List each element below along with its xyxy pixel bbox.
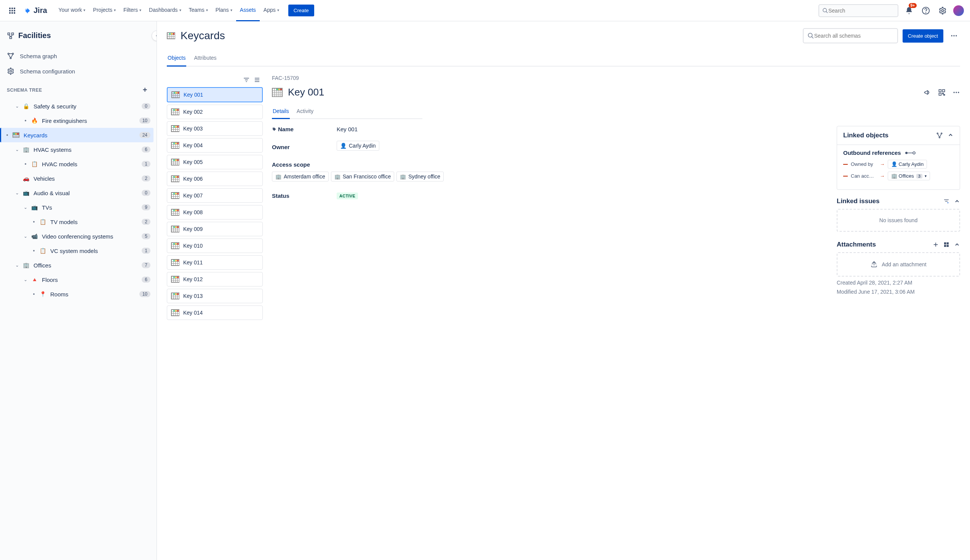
create-object-button[interactable]: Create object [903, 29, 943, 43]
tree-item-video-conferencing-systems[interactable]: ⌄📹Video conferencing systems5 [3, 229, 154, 243]
chevron-up-icon[interactable] [948, 132, 953, 138]
object-card[interactable]: Key 010 [167, 238, 263, 253]
search-schemas-input[interactable] [814, 33, 893, 39]
nav-teams[interactable]: Teams▾ [185, 0, 212, 21]
tree-item-rooms[interactable]: •📍Rooms10 [3, 287, 154, 301]
object-card[interactable]: Key 008 [167, 205, 263, 220]
search-icon [808, 32, 814, 39]
gear-icon [7, 67, 15, 75]
ref-target-chip[interactable]: 👤 Carly Aydin [888, 160, 927, 168]
chevron-up-icon[interactable] [954, 198, 960, 204]
settings-button[interactable] [937, 5, 949, 17]
more-icon[interactable] [952, 88, 960, 96]
announce-icon[interactable] [923, 88, 931, 96]
owner-chip[interactable]: Carly Aydin [337, 141, 379, 151]
tree-item-keycards[interactable]: •Keycards24 [0, 128, 154, 142]
object-card[interactable]: Key 002 [167, 105, 263, 119]
object-card[interactable]: Key 006 [167, 172, 263, 186]
chevron-down-icon: ▾ [179, 8, 181, 12]
tree-item-hvac-systems[interactable]: ⌄🏢HVAC systems6 [3, 142, 154, 157]
tab-activity[interactable]: Activity [296, 105, 314, 119]
schema-config-link[interactable]: Schema configuration [3, 63, 154, 79]
tree-item-hvac-models[interactable]: •📋HVAC models1 [3, 157, 154, 171]
object-card[interactable]: Key 014 [167, 305, 263, 320]
object-card[interactable]: Key 013 [167, 289, 263, 303]
nav-apps[interactable]: Apps▾ [260, 0, 283, 21]
chevron-down-icon: ▾ [114, 8, 116, 12]
object-card[interactable]: Key 004 [167, 138, 263, 153]
add-schema-button[interactable]: + [140, 85, 150, 95]
user-avatar[interactable] [953, 5, 964, 16]
expand-icon[interactable]: ⌄ [13, 103, 21, 109]
add-icon[interactable] [933, 242, 939, 248]
page-more-button[interactable] [948, 30, 960, 42]
app-switcher-icon[interactable] [6, 5, 18, 17]
tree-item-tvs[interactable]: ⌄📺TVs9 [3, 200, 154, 215]
tree-item-vehicles[interactable]: 🚗Vehicles2 [3, 171, 154, 186]
expand-icon[interactable]: ⌄ [21, 205, 30, 210]
expand-icon[interactable]: ⌄ [13, 190, 21, 195]
ref-target-chip[interactable]: 🏢 Offices 3 ▾ [888, 172, 930, 180]
list-view-icon[interactable] [254, 77, 261, 83]
page-tabs: Objects Attributes [167, 52, 960, 67]
object-card[interactable]: Key 007 [167, 188, 263, 203]
tree-item-icon: 📍 [38, 290, 47, 298]
filter-icon[interactable] [243, 77, 250, 83]
nav-plans[interactable]: Plans▾ [212, 0, 236, 21]
graph-view-icon[interactable] [936, 132, 943, 139]
nav-assets[interactable]: Assets [236, 0, 260, 21]
tab-details[interactable]: Details [272, 105, 290, 119]
qr-icon[interactable] [938, 88, 946, 96]
expand-icon[interactable]: ⌄ [21, 277, 30, 282]
attachment-dropzone[interactable]: Add an attachment [837, 252, 960, 277]
object-card[interactable]: Key 009 [167, 222, 263, 236]
global-search[interactable] [818, 4, 898, 17]
nav-projects[interactable]: Projects▾ [89, 0, 120, 21]
expand-icon[interactable]: ⌄ [21, 233, 30, 239]
tree-item-safety-security[interactable]: ⌄🔒Safety & security0 [3, 99, 154, 113]
gear-icon [938, 7, 947, 15]
chevron-down-icon[interactable]: ▾ [925, 174, 927, 178]
tree-item-audio-visual[interactable]: ⌄📺Audio & visual0 [3, 186, 154, 200]
search-schemas[interactable] [803, 28, 898, 43]
tree-item-tv-models[interactable]: •📋TV models2 [3, 215, 154, 229]
nav-filters[interactable]: Filters▾ [120, 0, 145, 21]
access-chip[interactable]: Sydney office [396, 172, 444, 182]
tree-item-floors[interactable]: ⌄🔺Floors6 [3, 272, 154, 287]
more-icon [950, 32, 958, 40]
workspace: Facilities Schema graph Schema configura… [0, 21, 970, 560]
filter-icon[interactable] [943, 198, 950, 204]
prop-owner-value: Carly Aydin [337, 141, 821, 153]
created-meta: Created April 28, 2021, 2:27 AM [837, 280, 960, 286]
expand-icon[interactable]: ⌄ [13, 147, 21, 152]
create-button[interactable]: Create [288, 5, 314, 17]
nav-your-work[interactable]: Your work▾ [55, 0, 90, 21]
chevron-up-icon[interactable] [954, 242, 960, 248]
tree-item-icon: 🔥 [30, 116, 39, 125]
expand-icon[interactable]: ⌄ [13, 262, 21, 268]
access-chip[interactable]: San Francisco office [331, 172, 395, 182]
global-search-input[interactable] [828, 8, 895, 14]
tree-item-icon: 📹 [30, 232, 39, 241]
notifications-button[interactable]: 9+ [903, 5, 915, 17]
object-card[interactable]: Key 012 [167, 272, 263, 287]
tree-item-offices[interactable]: ⌄🏢Offices7 [3, 258, 154, 272]
tab-attributes[interactable]: Attributes [193, 52, 217, 67]
prop-name-label: Name [272, 126, 337, 132]
object-card[interactable]: Key 001 [167, 87, 263, 102]
object-card[interactable]: Key 005 [167, 155, 263, 169]
nav-dashboards[interactable]: Dashboards▾ [145, 0, 185, 21]
tree-item-fire-extinguishers[interactable]: •🔥Fire extinguishers10 [3, 113, 154, 128]
grid-view-icon[interactable] [943, 242, 950, 248]
tree-item-label: Rooms [50, 291, 139, 298]
object-card[interactable]: Key 003 [167, 122, 263, 136]
access-chip[interactable]: Amsterdam office [272, 172, 329, 182]
schema-graph-link[interactable]: Schema graph [3, 48, 154, 63]
jira-logo[interactable]: Jira [23, 6, 47, 15]
object-card[interactable]: Key 011 [167, 255, 263, 270]
help-button[interactable] [920, 5, 932, 17]
main-content: Keycards Create object Objects Attribute… [157, 21, 970, 560]
tab-objects[interactable]: Objects [167, 52, 186, 67]
tree-item-vc-system-models[interactable]: •📋VC system models1 [3, 243, 154, 258]
object-type-icon [272, 88, 283, 97]
